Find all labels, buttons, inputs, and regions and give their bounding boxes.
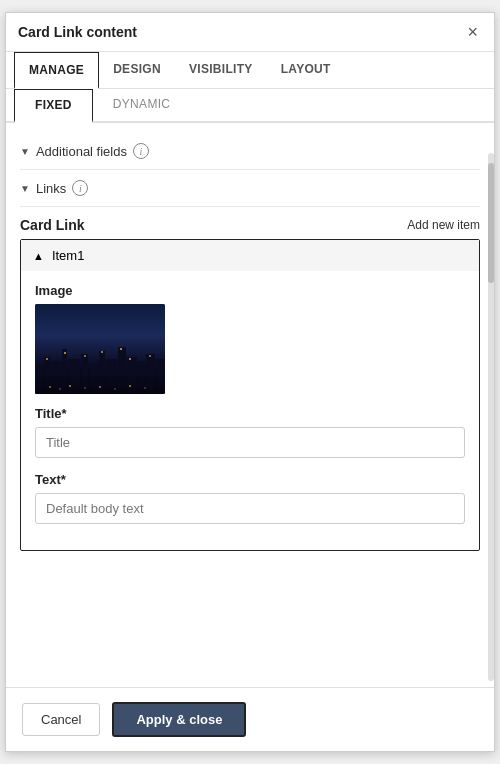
scrollbar[interactable]	[488, 153, 494, 681]
subtabs-row: FIXED DYNAMIC	[6, 89, 494, 123]
cancel-button[interactable]: Cancel	[22, 703, 100, 736]
additional-fields-header[interactable]: ▼ Additional fields i	[20, 143, 480, 159]
subtab-dynamic[interactable]: DYNAMIC	[93, 89, 190, 123]
close-button[interactable]: ×	[463, 21, 482, 43]
tab-visibility[interactable]: VISIBILITY	[175, 52, 267, 89]
item1-body: Image	[21, 271, 479, 550]
svg-point-26	[114, 388, 116, 390]
info-icon-additional[interactable]: i	[133, 143, 149, 159]
image-thumbnail[interactable]	[35, 304, 165, 394]
links-accordion: ▼ Links i	[20, 170, 480, 207]
svg-point-27	[129, 385, 131, 387]
title-label: Title*	[35, 406, 465, 421]
svg-point-20	[149, 355, 151, 357]
svg-point-23	[69, 385, 71, 387]
tab-layout[interactable]: LAYOUT	[267, 52, 345, 89]
chevron-down-icon-links: ▼	[20, 183, 30, 194]
apply-close-button[interactable]: Apply & close	[112, 702, 246, 737]
item1-accordion: ▲ Item1 Image	[20, 239, 480, 551]
modal: Card Link content × MANAGE DESIGN VISIBI…	[5, 12, 495, 752]
add-new-item-button[interactable]: Add new item	[407, 218, 480, 232]
tabs-row: MANAGE DESIGN VISIBILITY LAYOUT	[6, 52, 494, 89]
tab-manage[interactable]: MANAGE	[14, 52, 99, 89]
svg-point-25	[99, 386, 101, 388]
title-input[interactable]	[35, 427, 465, 458]
svg-point-22	[59, 388, 61, 390]
links-header[interactable]: ▼ Links i	[20, 180, 480, 196]
chevron-up-icon: ▲	[33, 250, 44, 262]
modal-footer: Cancel Apply & close	[6, 687, 494, 751]
svg-point-17	[101, 351, 103, 353]
subtab-fixed[interactable]: FIXED	[14, 89, 93, 123]
svg-point-14	[46, 358, 48, 360]
item1-accordion-header[interactable]: ▲ Item1	[21, 240, 479, 271]
additional-fields-accordion: ▼ Additional fields i	[20, 133, 480, 170]
svg-point-15	[64, 352, 66, 354]
svg-point-16	[84, 355, 86, 357]
svg-point-21	[49, 386, 51, 388]
svg-point-18	[120, 348, 122, 350]
svg-point-24	[84, 387, 86, 389]
chevron-down-icon: ▼	[20, 146, 30, 157]
image-label: Image	[35, 283, 465, 298]
modal-title: Card Link content	[18, 24, 137, 40]
modal-header: Card Link content ×	[6, 13, 494, 52]
item1-label: Item1	[52, 248, 85, 263]
content-area: ▼ Additional fields i ▼ Links i Card Lin…	[6, 123, 494, 687]
svg-point-28	[144, 387, 146, 389]
additional-fields-label: Additional fields	[36, 144, 127, 159]
scrollbar-thumb[interactable]	[488, 163, 494, 283]
card-link-title: Card Link	[20, 217, 85, 233]
info-icon-links[interactable]: i	[72, 180, 88, 196]
svg-point-19	[129, 358, 131, 360]
text-label: Text*	[35, 472, 465, 487]
text-input[interactable]	[35, 493, 465, 524]
tab-design[interactable]: DESIGN	[99, 52, 175, 89]
card-link-section-header: Card Link Add new item	[20, 207, 480, 239]
links-label: Links	[36, 181, 66, 196]
